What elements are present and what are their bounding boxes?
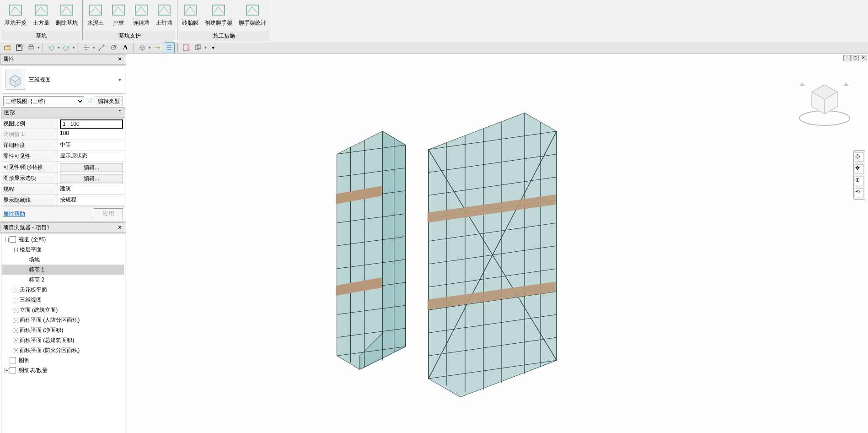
undo-icon[interactable] [46,42,57,53]
nail-icon [156,2,172,18]
property-value [58,119,125,129]
svg-point-15 [99,49,100,50]
ribbon-piles-button[interactable]: 排桩 [107,1,129,28]
save-icon[interactable] [14,42,25,53]
ribbon-volume-button[interactable]: 土方量 [30,1,52,28]
property-value[interactable]: 显示原状态 [58,151,125,162]
open-icon[interactable] [2,42,13,53]
property-value: 编辑... [58,162,125,173]
svg-rect-2 [61,5,73,15]
orbit-icon[interactable]: ⟲ [855,188,864,197]
ribbon-scaffold-stat-button[interactable]: 脚手架统计 [236,1,269,28]
section-icon[interactable] [152,42,163,53]
switch-window-icon[interactable] [193,42,204,53]
tree-node[interactable]: [+]面积平面 (净面积) [2,325,124,335]
property-label: 视图比例 [1,119,58,129]
tree-node[interactable]: 场地 [2,254,124,265]
close-hidden-icon[interactable] [181,42,192,53]
steering-wheel-icon[interactable]: ◎ [855,152,864,162]
properties-help-link[interactable]: 属性帮助 [3,210,25,218]
tree-toggle-icon[interactable]: [+] [13,308,19,313]
align-icon[interactable] [81,42,92,53]
property-value[interactable]: 100 [58,129,125,140]
zoom-icon[interactable]: ⊕ [855,176,864,185]
tree-toggle-icon[interactable]: [+] [4,368,10,373]
pan-icon[interactable]: ✥ [855,164,864,173]
excavate-icon [7,2,24,18]
ribbon: 基坑开挖土方量删除基坑基坑水泥土排桩连续墙土钉墙基坑支护砖胎膜创建脚手架脚手架统… [0,0,868,41]
tree-node[interactable]: [+]天花板平面 [2,285,124,295]
tree-node[interactable]: [-]楼层平面 [2,244,124,254]
svg-rect-4 [113,5,124,15]
properties-panel: 属性 ✕ 三维视图 ▾ 三维视图: {三维} 📄 编辑类型 图形 ⌃ [0,54,126,222]
view-scale-input[interactable] [60,119,123,129]
dimension-icon[interactable] [108,42,119,53]
3d-icon[interactable] [137,42,148,53]
tree-toggle-icon[interactable]: [-] [13,247,19,252]
ribbon-excavate-button[interactable]: 基坑开挖 [2,1,29,28]
tree-node[interactable]: [-]视图 (全部) [2,234,124,244]
tree-node[interactable]: [+]面积平面 (防火分区面积) [2,345,124,355]
project-browser-close-icon[interactable]: ✕ [117,225,123,231]
ribbon-wall-button[interactable]: 连续墙 [130,1,152,28]
tree-toggle-icon[interactable]: [-] [4,237,10,242]
tree-node[interactable]: 图例 [2,355,124,365]
window-minimize-icon[interactable]: – [843,55,851,61]
instance-selector[interactable]: 三维视图: {三维} [3,96,84,106]
properties-close-icon[interactable]: ✕ [117,56,123,63]
edit-button[interactable]: 编辑... [60,163,123,172]
property-label: 显示隐藏线 [1,195,58,206]
more-icon[interactable]: ▾ [208,42,219,53]
quick-access-toolbar: ▾ ▾ ▾ ▾ A ▾ ▾ ▾ [0,41,868,54]
svg-rect-0 [10,5,21,15]
property-value: 编辑... [58,173,125,184]
volume-icon [33,2,49,18]
brick-icon [182,2,198,18]
ribbon-scaffold-create-button[interactable]: 创建脚手架 [202,1,235,28]
property-value[interactable]: 建筑 [58,184,125,195]
ribbon-nail-button[interactable]: 土钉墙 [153,1,175,28]
svg-rect-12 [18,45,21,47]
property-group-header[interactable]: 图形 ⌃ [1,108,125,118]
type-selector[interactable]: 三维视图 ▾ [1,65,125,94]
tree-toggle-icon[interactable]: [+] [13,298,19,303]
text-icon[interactable]: A [120,42,131,53]
tree-toggle-icon[interactable]: [+] [13,348,19,353]
tree-toggle-icon[interactable]: [+] [13,338,19,343]
chevron-down-icon: ▾ [118,76,121,83]
svg-rect-13 [29,46,33,49]
tree-toggle-icon[interactable]: [+] [13,287,19,292]
cement-icon [87,2,104,18]
3d-viewport[interactable]: – ▢ ✕ [126,54,868,433]
ribbon-cement-button[interactable]: 水泥土 [85,1,107,28]
tree-node[interactable]: [+]面积平面 (总建筑面积) [2,335,124,345]
print-icon[interactable] [26,42,37,53]
svg-rect-14 [30,45,32,46]
tree-node[interactable]: [+]明细表/数量 [2,365,124,375]
view-cube[interactable] [795,72,854,132]
redo-icon[interactable] [61,42,72,53]
tree-node[interactable]: [+]立面 (建筑立面) [2,305,124,315]
tree-node[interactable]: [+]面积平面 (人防分区面积) [2,315,124,325]
view-type-icon [5,70,25,90]
ribbon-delete-pit-button[interactable]: 删除基坑 [53,1,80,28]
edit-button[interactable]: 编辑... [60,174,123,183]
model-view[interactable] [126,54,868,433]
tree-toggle-icon[interactable]: [+] [13,328,19,333]
tree-node[interactable]: [+]三维视图 [2,295,124,305]
tree-node[interactable]: 标高 1 [2,265,124,275]
property-value[interactable]: 按规程 [58,195,125,206]
apply-button[interactable]: 应用 [94,208,123,219]
tree-node[interactable]: 标高 2 [2,275,124,285]
edit-type-button[interactable]: 编辑类型 [95,97,123,106]
property-label: 比例值 1: [1,129,58,140]
window-restore-icon[interactable]: ▢ [852,55,859,61]
property-value[interactable]: 中等 [58,140,125,151]
delete-pit-icon [59,2,75,18]
ribbon-brick-button[interactable]: 砖胎膜 [179,1,201,28]
property-label: 规程 [1,184,58,195]
thin-lines-icon[interactable] [164,42,175,53]
measure-icon[interactable] [96,42,107,53]
window-close-icon[interactable]: ✕ [860,55,867,61]
tree-toggle-icon[interactable]: [+] [13,318,19,323]
